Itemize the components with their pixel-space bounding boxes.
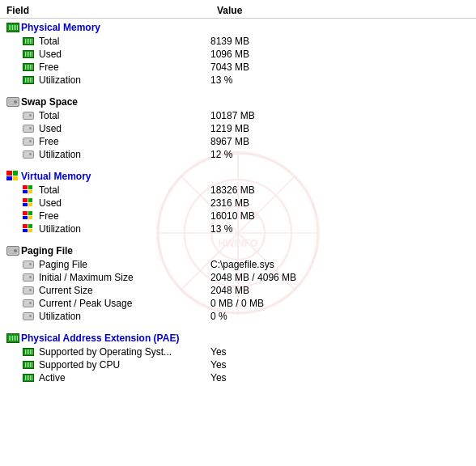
- section-paging-file: Paging FilePaging FileC:\pagefile.sysIni…: [0, 244, 476, 328]
- field-cell: Free: [23, 210, 210, 222]
- value-cell: 18326 MB: [210, 184, 470, 196]
- field-cell: Utilization: [23, 223, 210, 235]
- winlogo-icon: [23, 198, 34, 208]
- table-row: Total18326 MB: [0, 184, 476, 197]
- table-row: Total8139 MB: [0, 35, 476, 48]
- field-cell: Used: [23, 197, 210, 209]
- table-row: Supported by Operating Syst...Yes: [0, 345, 476, 358]
- section-pae: Physical Address Extension (PAE)Supporte…: [0, 331, 476, 389]
- drive-small-icon: [23, 125, 34, 133]
- value-cell: 7043 MB: [210, 61, 470, 73]
- table-row: Utilization0 %: [0, 310, 476, 323]
- drive-small-icon: [23, 138, 34, 146]
- field-cell: Supported by Operating Syst...: [23, 346, 210, 358]
- field-cell: Free: [23, 136, 210, 147]
- sections-container: Physical MemoryTotal8139 MBUsed1096 MBFr…: [0, 20, 476, 389]
- value-cell: 2048 MB / 4096 MB: [210, 272, 470, 283]
- field-label: Used: [39, 197, 62, 209]
- field-label: Free: [39, 136, 59, 147]
- winlogo-icon: [23, 185, 34, 195]
- drive-small-icon: [23, 299, 34, 307]
- table-row: Utilization13 %: [0, 74, 476, 87]
- field-label: Total: [39, 36, 59, 47]
- value-cell: 1096 MB: [210, 49, 470, 60]
- section-title: Swap Space: [21, 96, 78, 108]
- value-cell: 1219 MB: [210, 123, 470, 134]
- section-swap-space: Swap SpaceTotal10187 MBUsed1219 MBFree89…: [0, 95, 476, 166]
- section-title: Virtual Memory: [21, 171, 91, 182]
- table-row: Initial / Maximum Size2048 MB / 4096 MB: [0, 271, 476, 284]
- field-label: Utilization: [39, 149, 81, 160]
- value-cell: 13 %: [210, 74, 470, 86]
- value-cell: 8139 MB: [210, 36, 470, 47]
- ram-small-icon: [23, 348, 34, 356]
- table-row: Current / Peak Usage0 MB / 0 MB: [0, 297, 476, 310]
- field-label: Current Size: [39, 285, 93, 296]
- value-cell: 10187 MB: [210, 110, 470, 121]
- ram-small-icon: [23, 37, 34, 45]
- ram-small-icon: [23, 374, 34, 382]
- field-cell: Total: [23, 184, 210, 196]
- ram-small-icon: [23, 63, 34, 71]
- value-cell: 2316 MB: [210, 197, 470, 209]
- field-label: Current / Peak Usage: [39, 298, 132, 309]
- field-cell: Total: [23, 110, 210, 121]
- section-title: Physical Address Extension (PAE): [21, 333, 179, 344]
- winlogo-icon: [23, 224, 34, 234]
- winlogo-icon: [6, 171, 19, 182]
- field-cell: Utilization: [23, 149, 210, 160]
- field-label: Supported by Operating Syst...: [39, 346, 172, 358]
- drive-small-icon: [23, 312, 34, 320]
- table-row: Free16010 MB: [0, 210, 476, 222]
- table-row: Free8967 MB: [0, 135, 476, 148]
- field-cell: Used: [23, 49, 210, 60]
- field-label: Free: [39, 61, 59, 73]
- table-row: ActiveYes: [0, 371, 476, 384]
- table-row: Paging FileC:\pagefile.sys: [0, 258, 476, 271]
- field-label: Used: [39, 49, 62, 60]
- section-physical-memory: Physical MemoryTotal8139 MBUsed1096 MBFr…: [0, 20, 476, 91]
- field-label: Total: [39, 184, 59, 196]
- drive-icon: [6, 97, 19, 107]
- value-cell: 0 MB / 0 MB: [210, 298, 470, 309]
- header-value: Value: [217, 5, 470, 16]
- drive-small-icon: [23, 261, 34, 269]
- field-label: Active: [39, 372, 66, 383]
- section-header-physical-memory: Physical Memory: [0, 20, 476, 35]
- table-row: Used2316 MB: [0, 197, 476, 210]
- table-row: Free7043 MB: [0, 61, 476, 74]
- field-label: Supported by CPU: [39, 359, 120, 371]
- field-cell: Utilization: [23, 74, 210, 86]
- field-label: Initial / Maximum Size: [39, 272, 134, 283]
- table-row: Total10187 MB: [0, 109, 476, 122]
- field-label: Paging File: [39, 259, 87, 270]
- table-row: Utilization12 %: [0, 148, 476, 161]
- ram-small-icon: [23, 76, 34, 84]
- main-content: Field Value Physical MemoryTotal8139 MBU…: [0, 0, 476, 396]
- winlogo-icon: [23, 211, 34, 221]
- section-title: Physical Memory: [21, 22, 100, 33]
- value-cell: 12 %: [210, 149, 470, 160]
- field-label: Utilization: [39, 223, 81, 235]
- drive-small-icon: [23, 273, 34, 282]
- drive-small-icon: [23, 150, 34, 159]
- field-cell: Current Size: [23, 285, 210, 296]
- field-cell: Initial / Maximum Size: [23, 272, 210, 283]
- value-cell: C:\pagefile.sys: [210, 259, 470, 270]
- field-cell: Free: [23, 61, 210, 73]
- section-header-swap-space: Swap Space: [0, 95, 476, 109]
- value-cell: 2048 MB: [210, 285, 470, 296]
- field-label: Utilization: [39, 311, 81, 322]
- field-cell: Current / Peak Usage: [23, 298, 210, 309]
- value-cell: Yes: [210, 372, 470, 383]
- value-cell: 13 %: [210, 223, 470, 235]
- ram-small-icon: [23, 361, 34, 369]
- field-cell: Total: [23, 36, 210, 47]
- table-row: Current Size2048 MB: [0, 284, 476, 297]
- field-cell: Supported by CPU: [23, 359, 210, 371]
- field-cell: Used: [23, 123, 210, 134]
- header-field: Field: [6, 5, 217, 16]
- table-row: Utilization13 %: [0, 222, 476, 235]
- value-cell: Yes: [210, 359, 470, 371]
- table-row: Used1096 MB: [0, 48, 476, 61]
